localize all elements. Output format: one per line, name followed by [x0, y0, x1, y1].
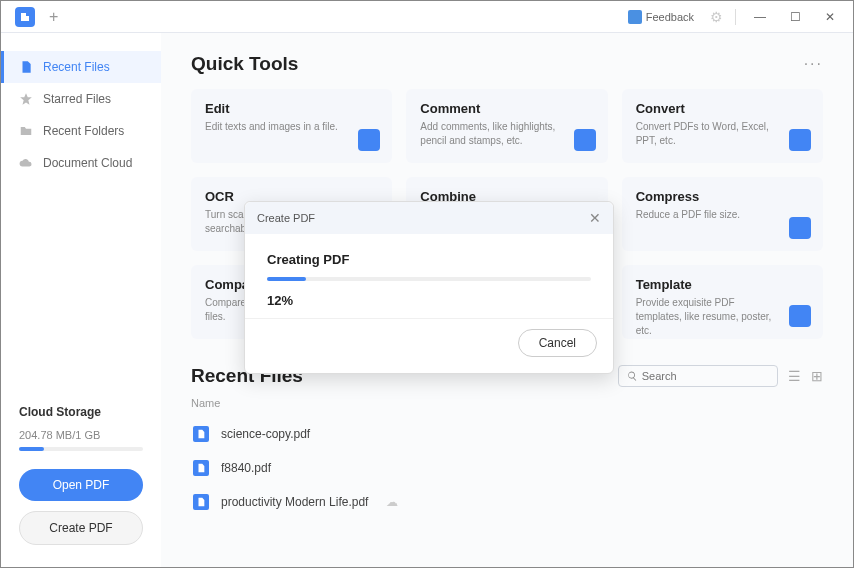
open-pdf-button[interactable]: Open PDF	[19, 469, 143, 501]
cloud-icon	[19, 156, 33, 170]
convert-icon	[789, 129, 811, 151]
dialog-close-icon[interactable]: ✕	[589, 210, 601, 226]
tool-edit[interactable]: Edit Edit texts and images in a file.	[191, 89, 392, 163]
progress-title: Creating PDF	[267, 252, 591, 267]
quick-tools-more-icon[interactable]: ···	[804, 55, 823, 73]
sidebar-item-starred-files[interactable]: Starred Files	[1, 83, 161, 115]
cancel-button[interactable]: Cancel	[518, 329, 597, 357]
cloud-storage-text: 204.78 MB/1 GB	[19, 429, 143, 441]
create-pdf-dialog: Create PDF ✕ Creating PDF 12% Cancel	[244, 201, 614, 374]
template-icon	[789, 305, 811, 327]
star-icon	[19, 92, 33, 106]
tool-compress[interactable]: Compress Reduce a PDF file size.	[622, 177, 823, 251]
sidebar-item-label: Recent Files	[43, 60, 110, 74]
search-input[interactable]	[642, 370, 769, 382]
sidebar-item-document-cloud[interactable]: Document Cloud	[1, 147, 161, 179]
minimize-button[interactable]: —	[744, 6, 776, 28]
pdf-file-icon	[193, 426, 209, 442]
sidebar-item-recent-folders[interactable]: Recent Folders	[1, 115, 161, 147]
feedback-label: Feedback	[646, 11, 694, 23]
feedback-icon	[628, 10, 642, 24]
sidebar-item-label: Starred Files	[43, 92, 111, 106]
dialog-title: Create PDF	[257, 212, 315, 224]
tool-template[interactable]: Template Provide exquisite PDF templates…	[622, 265, 823, 339]
file-icon	[19, 60, 33, 74]
sidebar-item-label: Document Cloud	[43, 156, 132, 170]
file-row[interactable]: f8840.pdf	[191, 451, 823, 485]
cloud-storage-title: Cloud Storage	[19, 405, 143, 419]
view-list-icon[interactable]: ☰	[788, 368, 801, 384]
edit-icon	[358, 129, 380, 151]
create-pdf-button[interactable]: Create PDF	[19, 511, 143, 545]
file-row[interactable]: productivity Modern Life.pdf ☁	[191, 485, 823, 519]
tool-convert[interactable]: Convert Convert PDFs to Word, Excel, PPT…	[622, 89, 823, 163]
pdf-file-icon	[193, 494, 209, 510]
file-name: f8840.pdf	[221, 461, 271, 475]
sidebar-item-recent-files[interactable]: Recent Files	[1, 51, 161, 83]
feedback-button[interactable]: Feedback	[620, 8, 702, 26]
pdf-file-icon	[193, 460, 209, 476]
file-name: productivity Modern Life.pdf	[221, 495, 368, 509]
cloud-sync-icon: ☁	[386, 495, 398, 509]
app-logo[interactable]	[15, 7, 35, 27]
tool-comment[interactable]: Comment Add comments, like highlights, p…	[406, 89, 607, 163]
quick-tools-title: Quick Tools	[191, 53, 298, 75]
compress-icon	[789, 217, 811, 239]
divider	[735, 9, 736, 25]
sidebar: Recent Files Starred Files Recent Folder…	[1, 33, 161, 567]
file-name: science-copy.pdf	[221, 427, 310, 441]
search-icon	[627, 370, 638, 382]
search-box[interactable]	[618, 365, 778, 387]
file-row[interactable]: science-copy.pdf	[191, 417, 823, 451]
titlebar: + Feedback ⚙ — ☐ ✕	[1, 1, 853, 33]
comment-icon	[574, 129, 596, 151]
settings-icon[interactable]: ⚙	[706, 9, 727, 25]
progress-bar	[267, 277, 591, 281]
sidebar-item-label: Recent Folders	[43, 124, 124, 138]
view-grid-icon[interactable]: ⊞	[811, 368, 823, 384]
folder-icon	[19, 124, 33, 138]
progress-percent: 12%	[267, 293, 591, 308]
maximize-button[interactable]: ☐	[780, 6, 811, 28]
close-button[interactable]: ✕	[815, 6, 845, 28]
cloud-storage-bar	[19, 447, 143, 451]
new-tab-button[interactable]: +	[49, 8, 58, 26]
column-name: Name	[191, 397, 823, 409]
